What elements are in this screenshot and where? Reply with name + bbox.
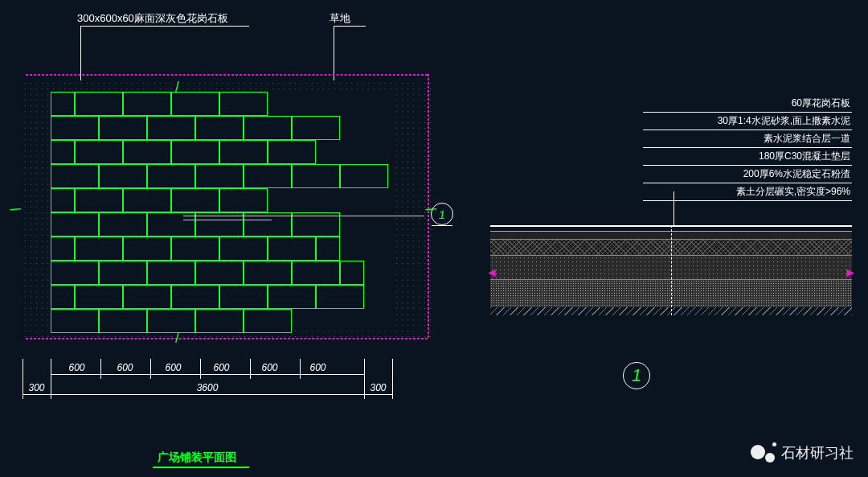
wechat-icon xyxy=(751,443,775,463)
legend-row-0: 60厚花岗石板 xyxy=(643,95,852,113)
section-cut-line xyxy=(183,216,424,216)
watermark-text: 石材研习社 xyxy=(781,443,854,463)
plan-title: 广场铺装平面图 xyxy=(153,449,241,467)
cad-canvas: 300x600x60麻面深灰色花岗石板 草地 / / / / xyxy=(0,0,868,477)
legend-row-4: 200厚6%水泥稳定石粉渣 xyxy=(643,166,852,183)
paving-brick-pattern xyxy=(51,92,396,327)
legend-row-2: 素水泥浆结合层一道 xyxy=(643,130,852,148)
leader-granite-h xyxy=(80,26,249,27)
section-view: ◄ ► xyxy=(490,225,852,322)
legend-row-5: 素土分层碾实,密实度>96% xyxy=(643,183,852,201)
section-number: 1 xyxy=(431,203,453,225)
section-mark-detail: 1 xyxy=(623,362,650,389)
section-legend: 60厚花岗石板 30厚1:4水泥砂浆,面上撒素水泥 素水泥浆结合层一道 180厚… xyxy=(643,95,852,201)
callout-grass: 草地 xyxy=(330,11,350,26)
leader-grass-h xyxy=(334,26,366,27)
legend-row-3: 180厚C30混凝土垫层 xyxy=(643,148,852,166)
plan-view: / / / / xyxy=(23,80,432,338)
watermark: 石材研习社 xyxy=(751,443,854,463)
section-mark-plan: 1 xyxy=(431,203,453,225)
callout-granite: 300x600x60麻面深灰色花岗石板 xyxy=(77,11,228,26)
legend-row-1: 30厚1:4水泥砂浆,面上撒素水泥 xyxy=(643,113,852,130)
